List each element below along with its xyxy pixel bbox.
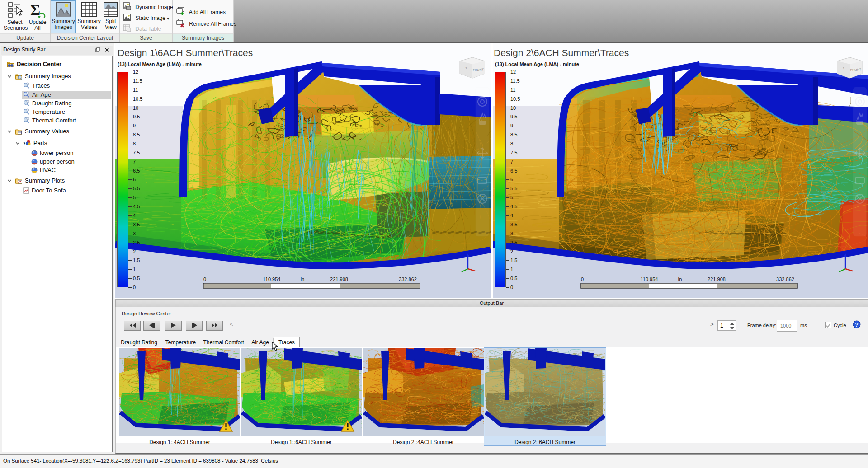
svg-text:Σ: Σ: [30, 2, 40, 18]
svg-text:0: 0: [581, 276, 584, 282]
svg-text:221.908: 221.908: [330, 276, 348, 282]
svg-text:in: in: [301, 276, 305, 282]
svg-text:332.862: 332.862: [776, 276, 794, 282]
svg-text:in: in: [678, 276, 682, 282]
svg-text:110.954: 110.954: [263, 276, 281, 282]
svg-text:0: 0: [203, 276, 206, 282]
svg-text:FRONT: FRONT: [850, 68, 862, 71]
svg-text:?: ?: [855, 322, 858, 328]
svg-text:221.908: 221.908: [708, 276, 726, 282]
svg-text:110.954: 110.954: [641, 276, 658, 282]
svg-text:332.862: 332.862: [399, 276, 417, 282]
svg-text:FRONT: FRONT: [473, 68, 484, 71]
